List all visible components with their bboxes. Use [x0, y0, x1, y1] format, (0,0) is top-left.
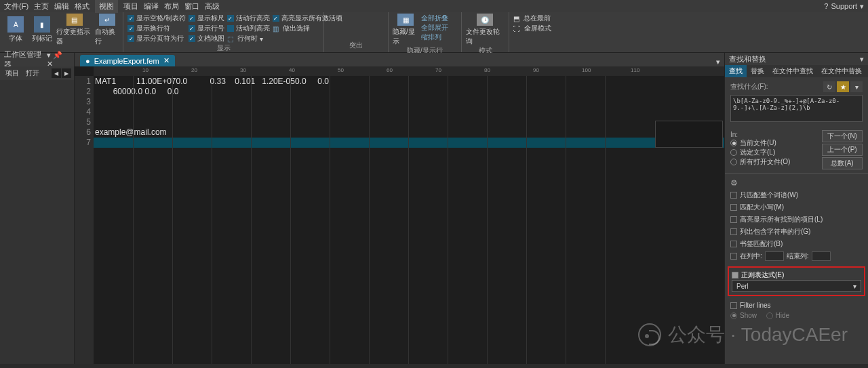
checkbox-icon[interactable]: ✓: [127, 15, 134, 22]
dropdown-icon[interactable]: ▾: [860, 2, 864, 11]
prev-button[interactable]: 上一个(P): [822, 144, 863, 156]
close-tab-icon[interactable]: ✕: [163, 56, 170, 65]
file-change-poll-button[interactable]: 🕓文件更改轮询: [466, 14, 504, 46]
tab-find-in-files[interactable]: 在文件中查找: [768, 65, 817, 77]
history-icon[interactable]: ↻: [823, 81, 835, 92]
line-change-indicator-button[interactable]: ▤行变更指示器: [56, 14, 92, 46]
fullscreen-icon[interactable]: ⛶: [513, 25, 522, 33]
ruler-mark: 20: [191, 67, 197, 73]
find-replace-panel: 查找和替换 ▾ 查找 替换 在文件中查找 在文件中替换 查找什么(F): ↻ ★…: [724, 53, 868, 364]
always-on-top-icon[interactable]: ⬒: [513, 15, 521, 22]
menu-window[interactable]: 窗口: [184, 1, 199, 12]
regex-helper-icon[interactable]: ▾: [850, 81, 863, 92]
tab-replace[interactable]: 替换: [747, 65, 768, 77]
column-guide: [526, 76, 527, 364]
workspace-manager-header: 工作区管理器 ▾ 📌 ✕: [0, 53, 74, 66]
menu-compile[interactable]: 编译: [144, 1, 159, 12]
document-minimap[interactable]: [655, 121, 723, 148]
checkbox-icon[interactable]: ✓: [189, 25, 195, 32]
regex-checkbox[interactable]: [732, 272, 738, 279]
find-panel-title: 查找和替换: [729, 54, 766, 64]
column-marker-button[interactable]: ▮列标记: [31, 14, 54, 46]
gear-icon[interactable]: ⚙: [730, 178, 863, 188]
fullscreen-label: 全屏模式: [524, 24, 551, 33]
tab-replace-in-files[interactable]: 在文件中替换: [817, 65, 866, 77]
line-number: 4: [75, 107, 91, 117]
radio-selected-text-label: 选定文字(L): [740, 148, 775, 157]
menu-view[interactable]: 视图: [95, 0, 118, 13]
bookmark-matches-checkbox[interactable]: [730, 241, 737, 247]
hide-show-button[interactable]: ▦隐藏/显示: [393, 14, 418, 46]
line-when-dropdown[interactable]: ⬚: [227, 35, 235, 43]
chevron-down-icon[interactable]: ▾: [260, 35, 263, 43]
column-guide: [369, 76, 370, 364]
ruler-mark: 90: [533, 67, 539, 73]
favorite-icon[interactable]: ★: [837, 81, 849, 92]
menu-home[interactable]: 主页: [34, 1, 49, 12]
tab-bar: ● ExampleExport.fem ✕ ▾: [75, 53, 724, 66]
radio-all-open-files[interactable]: [730, 159, 737, 165]
support-link[interactable]: Support: [831, 2, 857, 10]
code-editor[interactable]: MAT1 11.00E+070.0 0.33 0.101 1.20E-050.0…: [94, 76, 724, 364]
search-input[interactable]: [730, 95, 863, 122]
ruler-mark: 60: [387, 67, 393, 73]
auto-wrap-button[interactable]: ↵自动换行: [95, 14, 119, 46]
highlight-all-checkbox[interactable]: [730, 216, 737, 223]
checkbox-icon[interactable]: ✓: [127, 25, 134, 32]
show-newlines-label: 显示换行符: [136, 24, 170, 33]
arrow-right-icon[interactable]: ▶: [62, 68, 71, 78]
tabs-dropdown-icon[interactable]: ▾: [716, 58, 720, 66]
expand-all-link[interactable]: 全部展开: [421, 23, 448, 33]
menu-format[interactable]: 格式: [75, 1, 90, 12]
menu-layout[interactable]: 布局: [164, 1, 179, 12]
font-button[interactable]: A字体: [4, 14, 28, 46]
active-line-highlight-label: 活动行高亮: [236, 14, 270, 23]
file-tab[interactable]: ● ExampleExport.fem ✕: [80, 55, 175, 66]
menu-file[interactable]: 文件(F): [4, 1, 28, 12]
editor-area: ● ExampleExport.fem ✕ ▾ 1020304050607080…: [75, 53, 724, 364]
make-selection-label: 做出选择: [283, 24, 310, 33]
help-icon[interactable]: ?: [824, 2, 828, 10]
active-column-highlight-label: 活动列高亮: [236, 24, 270, 33]
checkbox-icon[interactable]: ✓: [189, 35, 195, 42]
radio-current-file[interactable]: [730, 140, 737, 146]
column-guide: [133, 76, 134, 364]
project-tab[interactable]: 项目: [3, 67, 22, 79]
menu-project[interactable]: 项目: [123, 1, 138, 12]
list-matching-lines-checkbox[interactable]: [730, 228, 737, 235]
make-selection-icon[interactable]: ▥: [273, 25, 281, 33]
tab-find[interactable]: 查找: [725, 65, 747, 77]
count-button[interactable]: 总数(A): [822, 157, 863, 169]
regex-engine-dropdown[interactable]: Perl ▾: [732, 280, 861, 292]
start-column-input[interactable]: [765, 251, 784, 261]
match-case-checkbox[interactable]: [730, 204, 737, 211]
pin-icon[interactable]: 📌: [53, 51, 62, 59]
line-number: 2: [75, 87, 91, 97]
open-tab[interactable]: 打开: [23, 67, 42, 79]
checkbox-icon[interactable]: [227, 25, 234, 32]
chevron-down-icon[interactable]: ▾: [47, 51, 51, 59]
checkbox-icon[interactable]: ✓: [273, 15, 279, 22]
radio-all-open-files-label: 所有打开文件(O): [740, 157, 790, 167]
end-column-input[interactable]: [812, 251, 831, 261]
indent-column-link[interactable]: 缩排列: [421, 33, 448, 42]
next-button[interactable]: 下一个(N): [822, 130, 863, 142]
menu-edit[interactable]: 编辑: [54, 1, 69, 12]
menu-advanced[interactable]: 高级: [205, 1, 220, 12]
radio-selected-text[interactable]: [730, 149, 737, 156]
checkbox-icon[interactable]: ✓: [189, 15, 195, 22]
find-what-label: 查找什么(F):: [730, 82, 768, 91]
collapse-all-link[interactable]: 全部折叠: [421, 14, 448, 23]
checkbox-icon[interactable]: ✓: [127, 35, 134, 42]
checkbox-icon[interactable]: ✓: [227, 15, 234, 22]
chevron-down-icon[interactable]: ▾: [860, 55, 864, 64]
arrow-left-icon[interactable]: ◀: [52, 68, 61, 78]
column-guide: [605, 76, 606, 364]
show-spaces-label: 显示空格/制表符: [136, 14, 186, 23]
ruler-mark: 80: [484, 67, 490, 73]
filter-lines-checkbox[interactable]: [730, 302, 737, 309]
whole-word-checkbox[interactable]: [730, 192, 737, 199]
in-column-checkbox[interactable]: [730, 253, 737, 260]
regex-engine-value: Perl: [736, 283, 749, 290]
show-line-numbers-label: 显示行号: [197, 24, 224, 33]
